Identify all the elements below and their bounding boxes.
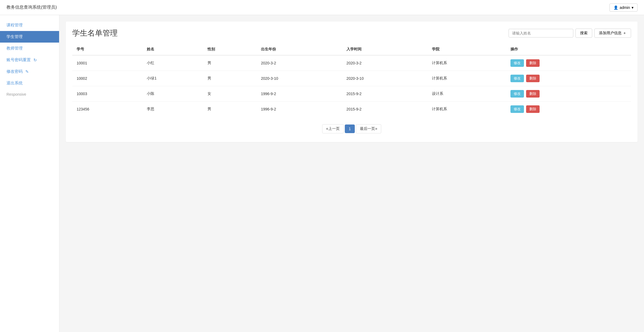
app-title: 教务信息查询系统(管理员) — [6, 5, 57, 10]
sidebar-item-change-password[interactable]: 修改密码 ✎ — [0, 66, 59, 77]
cell-gender: 女 — [203, 86, 257, 102]
cell-gender: 男 — [203, 55, 257, 71]
cell-birth: 1996-9-2 — [257, 102, 342, 117]
cell-enrollment: 2020-3-10 — [342, 71, 428, 86]
header: 教务信息查询系统(管理员) 👤 admin ▾ — [0, 0, 644, 15]
refresh-icon: ↻ — [33, 58, 37, 63]
search-input[interactable] — [509, 29, 573, 37]
col-action: 操作 — [506, 44, 631, 55]
sidebar-item-course[interactable]: 课程管理 — [0, 19, 59, 31]
chevron-down-icon: ▾ — [632, 5, 633, 10]
page-title: 学生名单管理 — [72, 28, 118, 38]
pagination: «上一页 1 最后一页» — [72, 124, 631, 136]
add-user-button[interactable]: 添加用户信息 ＋ — [594, 29, 631, 38]
sidebar-item-label: 课程管理 — [6, 23, 23, 28]
edit-button[interactable]: 修改 — [510, 59, 524, 67]
edit-icon: ✎ — [25, 69, 29, 74]
main-content: 学生名单管理 搜索 添加用户信息 ＋ 学号 姓名 性别 出生年份 入学时间 — [59, 15, 644, 332]
col-enrollment: 入学时间 — [342, 44, 428, 55]
col-college: 学院 — [428, 44, 506, 55]
cell-actions: 修改 删除 — [506, 102, 631, 117]
sidebar-item-label: 退出系统 — [6, 81, 23, 86]
cell-enrollment: 2015-9-2 — [342, 102, 428, 117]
sidebar-item-reset-password[interactable]: 账号密码重置 ↻ — [0, 54, 59, 66]
sidebar-item-label: 修改密码 — [6, 69, 23, 74]
search-area: 搜索 添加用户信息 ＋ — [509, 29, 631, 38]
last-page-button[interactable]: 最后一页» — [356, 124, 381, 133]
cell-name: 小陈 — [142, 86, 203, 102]
edit-button[interactable]: 修改 — [510, 75, 524, 82]
cell-college: 计算机系 — [428, 71, 506, 86]
cell-id: 10003 — [72, 86, 142, 102]
content-card: 学生名单管理 搜索 添加用户信息 ＋ 学号 姓名 性别 出生年份 入学时间 — [66, 22, 638, 142]
table-row: 10001 小红 男 2020-3-2 2020-3-2 计算机系 修改 删除 — [72, 55, 631, 71]
main-layout: 课程管理 学生管理 教师管理 账号密码重置 ↻ 修改密码 ✎ 退出系统 Resp… — [0, 15, 644, 332]
col-birth: 出生年份 — [257, 44, 342, 55]
cell-college: 设计系 — [428, 86, 506, 102]
user-menu-button[interactable]: 👤 admin ▾ — [609, 4, 638, 12]
cell-id: 10001 — [72, 55, 142, 71]
table-row: 123456 李思 男 1996-9-2 2015-9-2 计算机系 修改 删除 — [72, 102, 631, 117]
sidebar-item-student[interactable]: 学生管理 — [0, 31, 59, 43]
delete-button[interactable]: 删除 — [526, 105, 540, 113]
search-button[interactable]: 搜索 — [575, 29, 592, 38]
prev-page-button[interactable]: «上一页 — [322, 124, 344, 133]
delete-button[interactable]: 删除 — [526, 75, 540, 82]
edit-button[interactable]: 修改 — [510, 105, 524, 113]
cell-college: 计算机系 — [428, 102, 506, 117]
cell-name: 小绿1 — [142, 71, 203, 86]
table-row: 10002 小绿1 男 2020-3-10 2020-3-10 计算机系 修改 … — [72, 71, 631, 86]
sidebar-item-label: 账号密码重置 — [6, 57, 31, 63]
cell-id: 10002 — [72, 71, 142, 86]
cell-actions: 修改 删除 — [506, 55, 631, 71]
cell-gender: 男 — [203, 71, 257, 86]
sidebar-item-label: 学生管理 — [6, 34, 23, 39]
page-header: 学生名单管理 搜索 添加用户信息 ＋ — [72, 28, 631, 38]
table-header: 学号 姓名 性别 出生年份 入学时间 学院 操作 — [72, 44, 631, 55]
col-gender: 性别 — [203, 44, 257, 55]
col-name: 姓名 — [142, 44, 203, 55]
page-1-button[interactable]: 1 — [345, 124, 355, 133]
sidebar-item-teacher[interactable]: 教师管理 — [0, 43, 59, 54]
sidebar: 课程管理 学生管理 教师管理 账号密码重置 ↻ 修改密码 ✎ 退出系统 Resp… — [0, 15, 59, 332]
cell-name: 小红 — [142, 55, 203, 71]
cell-actions: 修改 删除 — [506, 86, 631, 102]
cell-birth: 1996-9-2 — [257, 86, 342, 102]
cell-id: 123456 — [72, 102, 142, 117]
table-header-row: 学号 姓名 性别 出生年份 入学时间 学院 操作 — [72, 44, 631, 55]
col-id: 学号 — [72, 44, 142, 55]
cell-birth: 2020-3-10 — [257, 71, 342, 86]
cell-enrollment: 2015-9-2 — [342, 86, 428, 102]
cell-gender: 男 — [203, 102, 257, 117]
cell-college: 计算机系 — [428, 55, 506, 71]
cell-name: 李思 — [142, 102, 203, 117]
edit-button[interactable]: 修改 — [510, 90, 524, 98]
user-icon: 👤 — [614, 5, 618, 10]
student-table: 学号 姓名 性别 出生年份 入学时间 学院 操作 10001 小红 男 2020… — [72, 44, 631, 117]
cell-enrollment: 2020-3-2 — [342, 55, 428, 71]
cell-birth: 2020-3-2 — [257, 55, 342, 71]
table-body: 10001 小红 男 2020-3-2 2020-3-2 计算机系 修改 删除 … — [72, 55, 631, 117]
user-label: admin — [620, 5, 630, 10]
responsive-label: Responsive — [0, 89, 59, 100]
delete-button[interactable]: 删除 — [526, 90, 540, 98]
sidebar-item-label: 教师管理 — [6, 46, 23, 51]
sidebar-item-logout[interactable]: 退出系统 — [0, 77, 59, 89]
delete-button[interactable]: 删除 — [526, 59, 540, 67]
table-row: 10003 小陈 女 1996-9-2 2015-9-2 设计系 修改 删除 — [72, 86, 631, 102]
cell-actions: 修改 删除 — [506, 71, 631, 86]
